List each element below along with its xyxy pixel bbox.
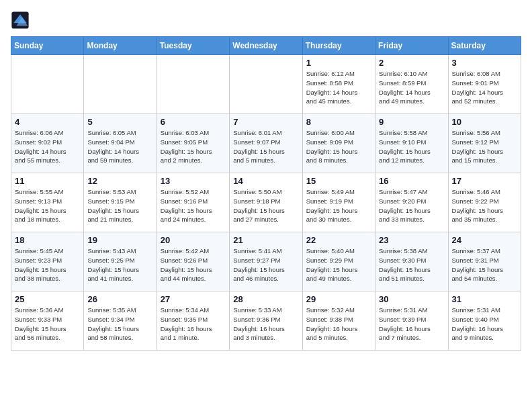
calendar-week-2: 4Sunrise: 6:06 AM Sunset: 9:02 PM Daylig… — [11, 114, 521, 173]
calendar-cell: 30Sunrise: 5:31 AM Sunset: 9:39 PM Dayli… — [375, 291, 448, 351]
day-number: 7 — [233, 117, 298, 127]
day-number: 28 — [233, 294, 298, 304]
calendar-cell: 2Sunrise: 6:10 AM Sunset: 8:59 PM Daylig… — [375, 55, 448, 114]
calendar-cell: 31Sunrise: 5:31 AM Sunset: 9:40 PM Dayli… — [448, 291, 521, 351]
day-info: Sunrise: 5:52 AM Sunset: 9:16 PM Dayligh… — [161, 187, 226, 224]
calendar-cell: 3Sunrise: 6:08 AM Sunset: 9:01 PM Daylig… — [448, 55, 521, 114]
day-number: 4 — [15, 117, 80, 127]
day-number: 5 — [87, 117, 152, 127]
calendar-cell: 4Sunrise: 6:06 AM Sunset: 9:02 PM Daylig… — [11, 114, 84, 173]
calendar-cell: 19Sunrise: 5:43 AM Sunset: 9:25 PM Dayli… — [84, 232, 157, 291]
day-info: Sunrise: 6:06 AM Sunset: 9:02 PM Dayligh… — [15, 128, 80, 165]
day-info: Sunrise: 5:37 AM Sunset: 9:31 PM Dayligh… — [452, 246, 517, 283]
day-info: Sunrise: 5:42 AM Sunset: 9:26 PM Dayligh… — [161, 246, 226, 283]
day-info: Sunrise: 5:53 AM Sunset: 9:15 PM Dayligh… — [87, 187, 152, 224]
calendar-cell: 29Sunrise: 5:32 AM Sunset: 9:38 PM Dayli… — [302, 291, 375, 351]
day-number: 24 — [452, 235, 517, 245]
weekday-header-row: SundayMondayTuesdayWednesdayThursdayFrid… — [11, 37, 521, 55]
day-info: Sunrise: 5:32 AM Sunset: 9:38 PM Dayligh… — [306, 306, 371, 342]
calendar-cell: 8Sunrise: 6:00 AM Sunset: 9:09 PM Daylig… — [302, 114, 375, 173]
day-info: Sunrise: 6:12 AM Sunset: 8:58 PM Dayligh… — [306, 69, 371, 106]
weekday-header-sunday: Sunday — [11, 37, 84, 55]
day-info: Sunrise: 5:41 AM Sunset: 9:27 PM Dayligh… — [233, 246, 298, 283]
day-info: Sunrise: 5:31 AM Sunset: 9:39 PM Dayligh… — [379, 306, 444, 342]
calendar-table: SundayMondayTuesdayWednesdayThursdayFrid… — [11, 36, 521, 351]
calendar-cell: 17Sunrise: 5:46 AM Sunset: 9:22 PM Dayli… — [448, 173, 521, 232]
day-number: 17 — [452, 176, 517, 186]
day-info: Sunrise: 5:34 AM Sunset: 9:35 PM Dayligh… — [161, 306, 226, 342]
day-number: 22 — [306, 235, 371, 245]
calendar-cell: 21Sunrise: 5:41 AM Sunset: 9:27 PM Dayli… — [230, 232, 302, 291]
calendar-cell: 15Sunrise: 5:49 AM Sunset: 9:19 PM Dayli… — [302, 173, 375, 232]
day-info: Sunrise: 6:03 AM Sunset: 9:05 PM Dayligh… — [161, 128, 226, 165]
day-number: 26 — [87, 294, 152, 304]
day-info: Sunrise: 5:35 AM Sunset: 9:34 PM Dayligh… — [87, 306, 152, 342]
day-number: 9 — [379, 117, 444, 127]
day-number: 8 — [306, 117, 371, 127]
day-number: 29 — [306, 294, 371, 304]
calendar-cell: 25Sunrise: 5:36 AM Sunset: 9:33 PM Dayli… — [11, 291, 84, 351]
calendar-week-4: 18Sunrise: 5:45 AM Sunset: 9:23 PM Dayli… — [11, 232, 521, 291]
day-info: Sunrise: 6:05 AM Sunset: 9:04 PM Dayligh… — [87, 128, 152, 165]
calendar-week-1: 1Sunrise: 6:12 AM Sunset: 8:58 PM Daylig… — [11, 55, 521, 114]
calendar-cell: 10Sunrise: 5:56 AM Sunset: 9:12 PM Dayli… — [448, 114, 521, 173]
day-number: 12 — [87, 176, 152, 186]
day-info: Sunrise: 5:49 AM Sunset: 9:19 PM Dayligh… — [306, 187, 371, 224]
day-number: 18 — [15, 235, 80, 245]
day-number: 25 — [15, 294, 80, 304]
day-info: Sunrise: 5:38 AM Sunset: 9:30 PM Dayligh… — [379, 246, 444, 283]
calendar-cell: 1Sunrise: 6:12 AM Sunset: 8:58 PM Daylig… — [302, 55, 375, 114]
calendar-cell: 5Sunrise: 6:05 AM Sunset: 9:04 PM Daylig… — [84, 114, 157, 173]
day-number: 21 — [233, 235, 298, 245]
day-number: 16 — [379, 176, 444, 186]
day-number: 30 — [379, 294, 444, 304]
calendar-body: 1Sunrise: 6:12 AM Sunset: 8:58 PM Daylig… — [11, 55, 521, 351]
calendar-cell: 28Sunrise: 5:33 AM Sunset: 9:36 PM Dayli… — [230, 291, 302, 351]
day-number: 3 — [452, 58, 517, 68]
calendar-cell — [230, 55, 302, 114]
weekday-header-thursday: Thursday — [302, 37, 375, 55]
logo-icon — [11, 11, 30, 30]
day-info: Sunrise: 5:56 AM Sunset: 9:12 PM Dayligh… — [452, 128, 517, 165]
weekday-header-tuesday: Tuesday — [157, 37, 229, 55]
day-info: Sunrise: 5:40 AM Sunset: 9:29 PM Dayligh… — [306, 246, 371, 283]
day-number: 1 — [306, 58, 371, 68]
calendar-week-3: 11Sunrise: 5:55 AM Sunset: 9:13 PM Dayli… — [11, 173, 521, 232]
calendar-cell: 23Sunrise: 5:38 AM Sunset: 9:30 PM Dayli… — [375, 232, 448, 291]
calendar-cell: 6Sunrise: 6:03 AM Sunset: 9:05 PM Daylig… — [157, 114, 229, 173]
day-info: Sunrise: 6:10 AM Sunset: 8:59 PM Dayligh… — [379, 69, 444, 106]
calendar-cell: 14Sunrise: 5:50 AM Sunset: 9:18 PM Dayli… — [230, 173, 302, 232]
day-info: Sunrise: 5:55 AM Sunset: 9:13 PM Dayligh… — [15, 187, 80, 224]
day-number: 6 — [161, 117, 226, 127]
calendar-cell: 7Sunrise: 6:01 AM Sunset: 9:07 PM Daylig… — [230, 114, 302, 173]
day-number: 10 — [452, 117, 517, 127]
day-number: 15 — [306, 176, 371, 186]
calendar-cell — [157, 55, 229, 114]
weekday-header-wednesday: Wednesday — [230, 37, 302, 55]
day-number: 2 — [379, 58, 444, 68]
day-info: Sunrise: 6:08 AM Sunset: 9:01 PM Dayligh… — [452, 69, 517, 106]
day-number: 31 — [452, 294, 517, 304]
day-number: 23 — [379, 235, 444, 245]
calendar-cell — [11, 55, 84, 114]
weekday-header-friday: Friday — [375, 37, 448, 55]
day-number: 19 — [87, 235, 152, 245]
day-info: Sunrise: 5:33 AM Sunset: 9:36 PM Dayligh… — [233, 306, 298, 342]
calendar-cell: 13Sunrise: 5:52 AM Sunset: 9:16 PM Dayli… — [157, 173, 229, 232]
day-info: Sunrise: 5:47 AM Sunset: 9:20 PM Dayligh… — [379, 187, 444, 224]
day-info: Sunrise: 5:31 AM Sunset: 9:40 PM Dayligh… — [452, 306, 517, 342]
day-number: 11 — [15, 176, 80, 186]
day-number: 13 — [161, 176, 226, 186]
calendar-header: SundayMondayTuesdayWednesdayThursdayFrid… — [11, 37, 521, 55]
calendar-cell: 22Sunrise: 5:40 AM Sunset: 9:29 PM Dayli… — [302, 232, 375, 291]
day-info: Sunrise: 5:46 AM Sunset: 9:22 PM Dayligh… — [452, 187, 517, 224]
calendar-cell: 16Sunrise: 5:47 AM Sunset: 9:20 PM Dayli… — [375, 173, 448, 232]
calendar-week-5: 25Sunrise: 5:36 AM Sunset: 9:33 PM Dayli… — [11, 291, 521, 351]
calendar-cell: 11Sunrise: 5:55 AM Sunset: 9:13 PM Dayli… — [11, 173, 84, 232]
day-info: Sunrise: 6:00 AM Sunset: 9:09 PM Dayligh… — [306, 128, 371, 165]
day-info: Sunrise: 5:45 AM Sunset: 9:23 PM Dayligh… — [15, 246, 80, 283]
weekday-header-monday: Monday — [84, 37, 157, 55]
day-number: 14 — [233, 176, 298, 186]
calendar-cell: 20Sunrise: 5:42 AM Sunset: 9:26 PM Dayli… — [157, 232, 229, 291]
day-number: 27 — [161, 294, 226, 304]
